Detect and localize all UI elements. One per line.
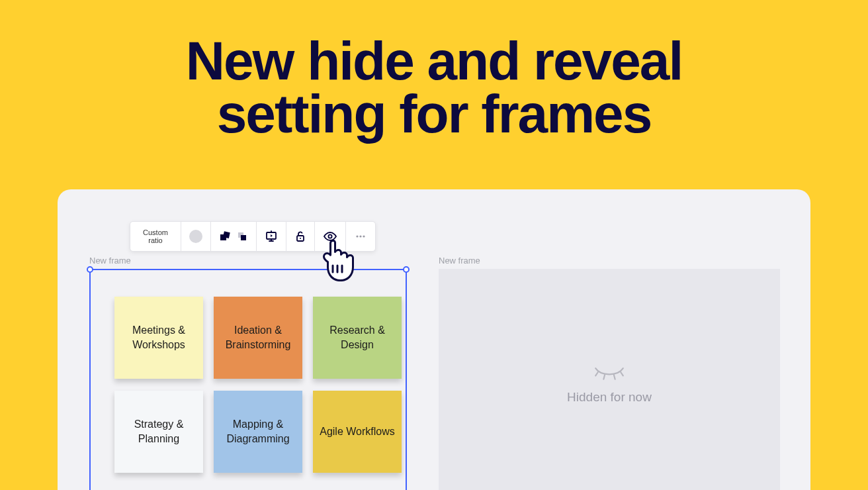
pointer-hand-cursor-icon: [318, 238, 356, 281]
more-dots-icon: [354, 230, 367, 242]
unlock-icon: [294, 230, 306, 242]
fill-color-button[interactable]: [181, 222, 211, 251]
sticky-note[interactable]: Strategy & Planning: [114, 391, 203, 473]
sticky-note[interactable]: Meetings & Workshops: [114, 297, 203, 379]
color-swatch-icon: [189, 230, 202, 243]
frame-2-hidden[interactable]: Hidden for now: [439, 269, 780, 490]
sticky-grid: Meetings & Workshops Ideation & Brainsto…: [114, 297, 402, 473]
svg-point-10: [300, 238, 301, 239]
resize-handle-top-left[interactable]: [87, 266, 93, 273]
ratio-line-2: ratio: [138, 236, 173, 244]
sticky-note[interactable]: Mapping & Diagramming: [214, 391, 302, 473]
sticky-note[interactable]: Agile Workflows: [313, 391, 402, 473]
present-button[interactable]: [257, 222, 286, 251]
sticky-note[interactable]: Ideation & Brainstorming: [214, 297, 302, 379]
closed-eye-icon: [592, 365, 627, 381]
svg-line-1: [603, 375, 605, 379]
headline-line-1: New hide and reveal: [0, 34, 868, 87]
bring-front-icon: [219, 230, 231, 242]
lock-button[interactable]: [286, 222, 315, 251]
send-back-icon: [236, 230, 248, 242]
hidden-placeholder-text: Hidden for now: [567, 390, 652, 405]
frame-1-label: New frame: [89, 256, 131, 266]
sticky-note[interactable]: Research & Design: [313, 297, 402, 379]
svg-line-2: [614, 375, 615, 379]
svg-point-12: [356, 235, 358, 237]
page-headline: New hide and reveal setting for frames: [0, 0, 868, 141]
ratio-button[interactable]: Custom ratio: [130, 222, 181, 251]
svg-rect-5: [223, 231, 230, 238]
svg-line-0: [595, 372, 597, 375]
resize-handle-top-right[interactable]: [403, 266, 410, 273]
ratio-line-1: Custom: [138, 228, 173, 236]
frame-1[interactable]: Meetings & Workshops Ideation & Brainsto…: [89, 269, 407, 490]
svg-line-3: [621, 372, 623, 375]
presentation-icon: [265, 230, 278, 243]
miro-canvas[interactable]: New frame Meetings & Workshops Ideation …: [58, 189, 810, 490]
headline-line-2: setting for frames: [0, 87, 868, 140]
frame-2-label: New frame: [439, 256, 480, 266]
svg-point-14: [363, 235, 365, 237]
svg-rect-7: [241, 235, 246, 240]
svg-point-13: [359, 235, 361, 237]
layer-order-buttons[interactable]: [211, 222, 257, 251]
